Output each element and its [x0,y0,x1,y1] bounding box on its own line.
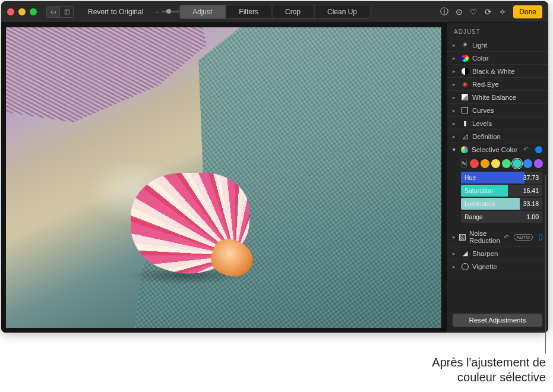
adjust-selective-color[interactable]: ▾Selective Color↶ [447,143,548,156]
content: ADJUST ▸☀Light ▸Color ▸Black & White ▸◉R… [1,23,548,333]
zoom-out-icon: − [155,8,159,15]
revert-button[interactable]: Revert to Original [83,6,148,18]
more-icon[interactable]: ⊙ [456,7,463,17]
auto-enhance-icon[interactable]: ✧ [499,7,506,17]
single-view-icon: ▭ [47,7,60,17]
colorwheel-icon [462,55,469,62]
rotate-icon[interactable]: ⟳ [485,7,492,17]
adjust-definition[interactable]: ▸◿Definition [447,130,548,143]
hue-slider[interactable]: Hue37.73 [461,172,542,184]
tab-filters[interactable]: Filters [226,5,272,18]
canvas [1,23,446,333]
selective-color-icon [461,146,468,153]
saturation-slider[interactable]: Saturation16.41 [461,185,542,197]
editor-tabs: Adjust Filters Crop Clean Up [179,5,371,19]
definition-icon: ◿ [461,132,469,140]
selective-color-panel: ✎ Hue37.73Saturation16.41Luminance33.18R… [447,156,548,227]
adjust-light[interactable]: ▸☀Light [447,39,548,52]
caption: Après l'ajustement de couleur sélective [432,355,546,385]
eyedropper-button[interactable]: ✎ [461,159,467,168]
callout-line [545,175,546,353]
adjust-levels[interactable]: ▸▮Levels [447,117,548,130]
sharpen-icon: ◢ [461,249,469,257]
info-icon[interactable]: ⓘ [440,7,448,17]
bw-icon [462,68,469,75]
range-slider[interactable]: Range1.00 [461,211,542,223]
active-badge [535,146,542,153]
hue-swatch[interactable] [470,159,479,168]
adjust-vignette[interactable]: ▸Vignette [447,260,548,273]
sidebar-header: ADJUST [447,23,548,39]
hue-swatch[interactable] [481,159,489,168]
tab-adjust[interactable]: Adjust [179,5,226,18]
zoom-window-button[interactable] [30,8,37,15]
adjust-noise-reduction[interactable]: ▸Noise Reduction↶AUTO [447,227,548,247]
adjust-curves[interactable]: ▸Curves [447,104,548,117]
curves-icon [462,107,468,113]
wb-icon [462,94,468,100]
hue-swatch[interactable] [513,159,522,168]
hue-swatch[interactable] [491,159,500,168]
tab-crop[interactable]: Crop [272,5,314,18]
adjust-color[interactable]: ▸Color [447,52,548,65]
adjust-sharpen[interactable]: ▸◢Sharpen [447,247,548,260]
split-view-icon: ◫ [60,7,73,17]
undo-icon[interactable]: ↶ [523,146,529,153]
view-toggle[interactable]: ▭ ◫ [46,6,74,18]
hue-swatch[interactable] [502,159,511,168]
tab-cleanup[interactable]: Clean Up [314,5,370,18]
done-button[interactable]: Done [513,5,542,18]
window-controls [7,8,37,15]
hue-swatch[interactable] [523,159,532,168]
adjust-bw[interactable]: ▸Black & White [447,65,548,78]
redeye-icon: ◉ [461,80,469,88]
luminance-slider[interactable]: Luminance33.18 [461,198,542,210]
hue-swatch[interactable] [534,159,543,168]
titlebar: ▭ ◫ Revert to Original − + Adjust Filter… [1,1,548,23]
vignette-icon [462,263,469,270]
adjust-white-balance[interactable]: ▸White Balance [447,91,548,104]
favorite-heart-icon[interactable]: ♡ [470,7,478,17]
undo-icon[interactable]: ↶ [504,233,509,241]
noise-icon [459,234,466,241]
status-ring [539,234,542,241]
reset-adjustments-button[interactable]: Reset Adjustments [453,314,542,327]
adjust-sidebar: ADJUST ▸☀Light ▸Color ▸Black & White ▸◉R… [446,23,548,333]
levels-icon: ▮ [461,119,469,127]
close-window-button[interactable] [7,8,14,15]
sun-icon: ☀ [461,41,469,49]
minimize-window-button[interactable] [18,8,26,15]
edited-photo[interactable] [6,27,441,328]
auto-pill[interactable]: AUTO [514,234,533,241]
hue-swatches: ✎ [461,159,542,168]
adjust-redeye[interactable]: ▸◉Red-Eye [447,78,548,91]
photos-edit-window: ▭ ◫ Revert to Original − + Adjust Filter… [1,1,548,333]
